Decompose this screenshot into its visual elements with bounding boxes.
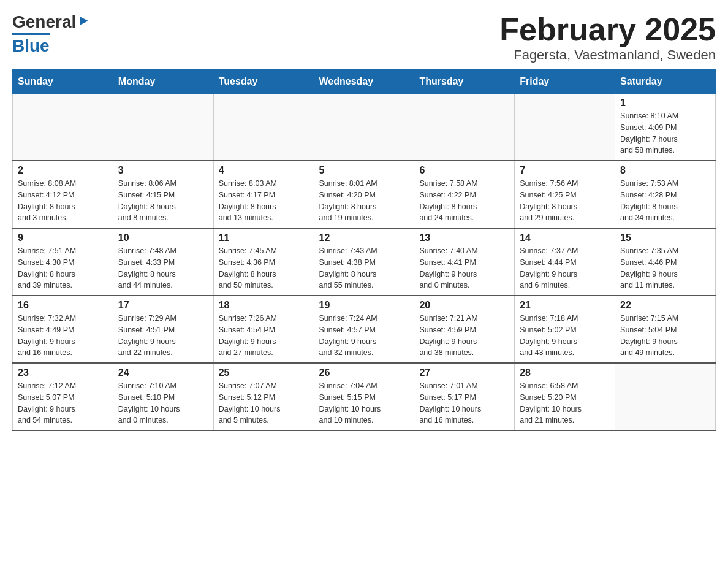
day-info-line: and 11 minutes. <box>620 281 675 289</box>
day-info-line: Daylight: 9 hours <box>219 337 276 346</box>
day-info-line: Sunrise: 7:37 AM <box>520 247 578 255</box>
calendar-cell <box>213 94 314 161</box>
day-info-line: Sunset: 4:41 PM <box>419 258 476 267</box>
day-info: Sunrise: 7:07 AMSunset: 5:12 PMDaylight:… <box>219 380 309 426</box>
day-info-line: Daylight: 10 hours <box>219 405 281 413</box>
day-info-line: Sunset: 4:44 PM <box>520 258 576 267</box>
day-info-line: and 38 minutes. <box>419 348 474 357</box>
calendar-cell: 11Sunrise: 7:45 AMSunset: 4:36 PMDayligh… <box>213 228 314 296</box>
day-info-line: Sunset: 4:17 PM <box>219 191 275 199</box>
page-title: February 2025 <box>499 12 716 47</box>
day-number: 1 <box>620 98 710 109</box>
day-info-line: Sunrise: 8:10 AM <box>620 112 678 120</box>
day-info-line: Sunset: 4:49 PM <box>18 326 74 334</box>
day-info-line: Sunset: 4:22 PM <box>419 191 476 199</box>
day-info-line: and 39 minutes. <box>18 281 72 289</box>
day-info-line: Sunset: 4:51 PM <box>118 326 175 334</box>
day-info: Sunrise: 7:51 AMSunset: 4:30 PMDaylight:… <box>18 245 108 291</box>
day-info-line: Sunrise: 7:04 AM <box>319 381 377 390</box>
calendar-header: Sunday Monday Tuesday Wednesday Thursday… <box>13 70 716 94</box>
day-info-line: and 13 minutes. <box>219 213 273 222</box>
day-info-line: Daylight: 8 hours <box>319 270 377 278</box>
day-info-line: Sunrise: 8:06 AM <box>118 179 176 188</box>
day-info-line: Daylight: 8 hours <box>118 270 176 278</box>
day-info-line: Daylight: 10 hours <box>319 405 381 413</box>
day-info-line: Sunrise: 7:40 AM <box>419 247 477 255</box>
day-info-line: Sunset: 4:28 PM <box>620 191 677 199</box>
day-info-line: and 27 minutes. <box>219 348 273 357</box>
day-info: Sunrise: 7:21 AMSunset: 4:59 PMDaylight:… <box>419 313 509 359</box>
day-number: 3 <box>118 165 208 176</box>
logo-general-text: General <box>12 12 76 32</box>
header-tuesday: Tuesday <box>213 70 314 94</box>
day-info-line: Daylight: 10 hours <box>520 405 582 413</box>
day-info: Sunrise: 7:32 AMSunset: 4:49 PMDaylight:… <box>18 313 108 359</box>
day-info-line: Sunrise: 7:56 AM <box>520 179 578 188</box>
day-info-line: Daylight: 8 hours <box>620 202 678 211</box>
day-info: Sunrise: 7:18 AMSunset: 5:02 PMDaylight:… <box>520 313 610 359</box>
day-info-line: Sunset: 4:57 PM <box>319 326 376 334</box>
day-number: 18 <box>219 300 309 311</box>
day-info-line: Sunrise: 7:48 AM <box>118 247 176 255</box>
day-number: 6 <box>419 165 509 176</box>
day-info-line: Daylight: 9 hours <box>520 270 577 278</box>
day-number: 28 <box>520 367 610 378</box>
day-info: Sunrise: 7:53 AMSunset: 4:28 PMDaylight:… <box>620 178 710 224</box>
day-number: 13 <box>419 232 509 243</box>
calendar-cell <box>13 94 113 161</box>
day-info: Sunrise: 8:10 AMSunset: 4:09 PMDaylight:… <box>620 110 710 156</box>
calendar-cell: 18Sunrise: 7:26 AMSunset: 4:54 PMDayligh… <box>213 296 314 363</box>
day-info-line: and 5 minutes. <box>219 416 269 424</box>
page-subtitle: Fagersta, Vaestmanland, Sweden <box>499 47 716 63</box>
calendar-cell: 13Sunrise: 7:40 AMSunset: 4:41 PMDayligh… <box>414 228 515 296</box>
day-info: Sunrise: 8:03 AMSunset: 4:17 PMDaylight:… <box>219 178 309 224</box>
calendar-cell: 3Sunrise: 8:06 AMSunset: 4:15 PMDaylight… <box>113 161 213 228</box>
page-header: General Blue February 2025 Fagersta, Vae… <box>12 12 716 63</box>
day-info-line: and 54 minutes. <box>18 416 72 424</box>
day-number: 8 <box>620 165 710 176</box>
day-info-line: Sunset: 4:36 PM <box>219 258 275 267</box>
day-info-line: and 19 minutes. <box>319 213 374 222</box>
header-saturday: Saturday <box>615 70 716 94</box>
day-info-line: Sunrise: 7:26 AM <box>219 314 277 323</box>
day-info-line: and 10 minutes. <box>319 416 374 424</box>
svg-marker-0 <box>80 17 88 25</box>
day-info-line: and 16 minutes. <box>419 416 474 424</box>
calendar-cell: 22Sunrise: 7:15 AMSunset: 5:04 PMDayligh… <box>615 296 716 363</box>
day-info-line: and 55 minutes. <box>319 281 374 289</box>
day-info-line: Sunset: 4:20 PM <box>319 191 376 199</box>
day-number: 12 <box>319 232 409 243</box>
calendar-cell: 2Sunrise: 8:08 AMSunset: 4:12 PMDaylight… <box>13 161 113 228</box>
day-number: 17 <box>118 300 208 311</box>
day-info: Sunrise: 8:01 AMSunset: 4:20 PMDaylight:… <box>319 178 409 224</box>
days-of-week-row: Sunday Monday Tuesday Wednesday Thursday… <box>13 70 716 94</box>
day-info-line: Sunrise: 7:35 AM <box>620 247 678 255</box>
day-info-line: Sunset: 4:09 PM <box>620 123 677 132</box>
day-info-line: and 8 minutes. <box>118 213 169 222</box>
day-info: Sunrise: 7:04 AMSunset: 5:15 PMDaylight:… <box>319 380 409 426</box>
day-info: Sunrise: 7:29 AMSunset: 4:51 PMDaylight:… <box>118 313 208 359</box>
day-number: 26 <box>319 367 409 378</box>
calendar-cell: 17Sunrise: 7:29 AMSunset: 4:51 PMDayligh… <box>113 296 213 363</box>
day-info: Sunrise: 7:24 AMSunset: 4:57 PMDaylight:… <box>319 313 409 359</box>
day-number: 15 <box>620 232 710 243</box>
day-number: 7 <box>520 165 610 176</box>
day-info: Sunrise: 8:08 AMSunset: 4:12 PMDaylight:… <box>18 178 108 224</box>
day-info-line: Sunrise: 6:58 AM <box>520 381 578 390</box>
day-info: Sunrise: 7:26 AMSunset: 4:54 PMDaylight:… <box>219 313 309 359</box>
day-info-line: Sunrise: 7:45 AM <box>219 247 277 255</box>
day-info-line: Sunset: 5:17 PM <box>419 393 476 402</box>
calendar-cell: 15Sunrise: 7:35 AMSunset: 4:46 PMDayligh… <box>615 228 716 296</box>
day-info-line: Daylight: 8 hours <box>319 202 377 211</box>
day-info: Sunrise: 7:12 AMSunset: 5:07 PMDaylight:… <box>18 380 108 426</box>
day-info-line: Daylight: 9 hours <box>520 337 577 346</box>
calendar-cell: 27Sunrise: 7:01 AMSunset: 5:17 PMDayligh… <box>414 363 515 431</box>
day-info: Sunrise: 7:35 AMSunset: 4:46 PMDaylight:… <box>620 245 710 291</box>
logo-blue-text: Blue <box>12 35 50 56</box>
calendar-cell: 6Sunrise: 7:58 AMSunset: 4:22 PMDaylight… <box>414 161 515 228</box>
logo: General Blue <box>12 12 91 56</box>
day-info-line: Daylight: 9 hours <box>18 337 75 346</box>
day-number: 5 <box>319 165 409 176</box>
calendar-table: Sunday Monday Tuesday Wednesday Thursday… <box>12 69 716 431</box>
day-info-line: Daylight: 7 hours <box>620 135 678 144</box>
